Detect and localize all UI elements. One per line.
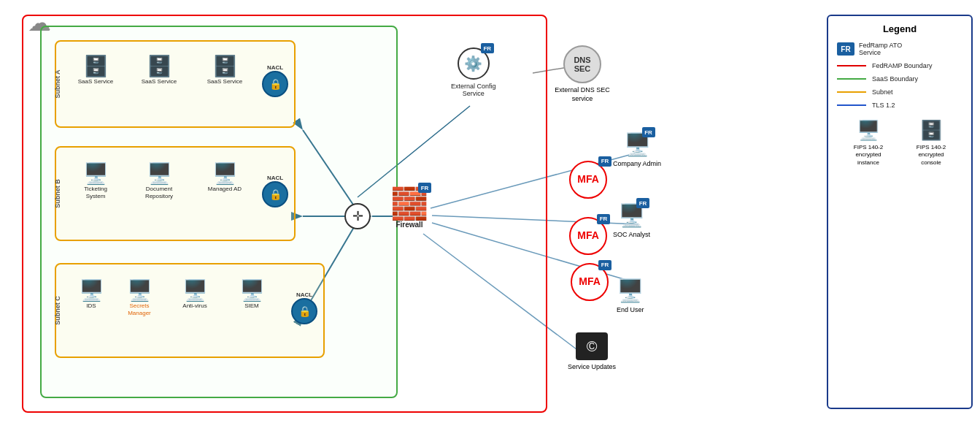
ticketing-system: 🖥️ TicketingSystem — [69, 164, 122, 199]
nacl-a: NACL 🔒 — [262, 64, 288, 97]
soc-fr-badge: FR — [636, 198, 649, 208]
legend-chip-icon: 🖥️ — [857, 119, 880, 142]
company-admin-wrapper: FR 🖥️ — [624, 132, 651, 157]
mfa-end-user-fr: FR — [598, 260, 611, 270]
legend-tls: TLS 1.2 — [837, 102, 962, 109]
legend-subnet-text: Subnet — [872, 88, 893, 96]
saas-service-3: 🗄️ SaaS Service — [198, 56, 251, 85]
dns-sec-node: DNSSEC External DNS SEC service — [553, 45, 611, 103]
legend-saas-line — [837, 78, 866, 80]
legend-fips-instance-label: FIPS 140-2encryptedinstance — [854, 144, 883, 167]
chip-icon-4: 🖥️ — [79, 281, 104, 301]
company-admin-node: FR 🖥️ Company Admin — [613, 132, 661, 167]
soc-wrapper: FR 🖥️ — [618, 202, 645, 228]
soc-analyst-label: SOC Analyst — [613, 231, 650, 238]
company-admin-fr-badge: FR — [642, 127, 655, 137]
legend-fedramp-line — [837, 65, 866, 67]
config-fr-badge: FR — [481, 43, 494, 53]
legend-fr-badge: FR — [837, 42, 854, 56]
config-icon-wrapper: FR ⚙️ — [458, 47, 490, 80]
chip-icon-2: 🖥️ — [147, 164, 172, 184]
managed-ad: 🖥️ Managed AD — [198, 164, 251, 193]
document-label: DocumentRepository — [145, 186, 173, 199]
saas-service-1-label: SaaS Service — [78, 78, 113, 85]
external-config-node: FR ⚙️ External ConfigService — [451, 47, 496, 97]
ticketing-label: TicketingSystem — [84, 186, 107, 199]
mfa-soc: FR MFA — [569, 217, 607, 255]
legend-icons-row: 🖥️ FIPS 140-2encryptedinstance 🗄️ FIPS 1… — [837, 119, 962, 167]
legend-saas: SaaS Boundary — [837, 75, 962, 83]
legend-tls-line — [837, 104, 866, 107]
mfa-soc-circle: FR MFA — [569, 217, 607, 255]
legend-saas-text: SaaS Boundary — [872, 75, 918, 83]
chip-icon-6: 🖥️ — [182, 281, 208, 301]
legend-subnet: Subnet — [837, 88, 962, 96]
nacl-b-icon: 🔒 — [262, 181, 288, 207]
legend-fips-instance: 🖥️ FIPS 140-2encryptedinstance — [843, 119, 894, 167]
legend-fips-console-label: FIPS 140-2encryptedconsole — [917, 144, 946, 167]
mfa-soc-fr: FR — [597, 214, 610, 224]
legend-fedramp: FedRAMP Boundary — [837, 62, 962, 69]
legend-fr-item: FR FedRamp ATOService — [837, 42, 962, 56]
subnet-c: Subnet C 🖥️ IDS 🖥️ SecretsManager 🖥️ Ant… — [55, 263, 325, 358]
end-user-node: 🖥️ End User — [617, 278, 644, 313]
legend-title: Legend — [837, 23, 962, 34]
ids-label: IDS — [86, 302, 96, 310]
subnet-b: Subnet B 🖥️ TicketingSystem 🖥️ DocumentR… — [55, 146, 296, 241]
legend-box: Legend FR FedRamp ATOService FedRAMP Bou… — [827, 15, 973, 409]
firewall-label: Firewall — [396, 221, 423, 229]
server-icon-3: 🗄️ — [212, 56, 238, 77]
subnet-a: Subnet A 🗄️ SaaS Service 🗄️ SaaS Service… — [55, 40, 296, 128]
antivirus-label: Anti-virus — [182, 302, 207, 310]
company-admin-label: Company Admin — [613, 160, 661, 167]
ids-service: 🖥️ IDS — [65, 281, 117, 310]
firewall-icon: 🧱 — [390, 188, 428, 219]
antivirus-service: 🖥️ Anti-virus — [169, 281, 221, 310]
chip-icon-1: 🖥️ — [83, 164, 109, 184]
diagram-container: ☁ Subnet A 🗄️ SaaS Service 🗄️ SaaS Servi… — [0, 0, 980, 423]
legend-subnet-line — [837, 91, 866, 94]
nacl-c: NACL 🔒 — [291, 291, 317, 324]
server-icon-1: 🗄️ — [83, 56, 109, 77]
legend-fips-console: 🗄️ FIPS 140-2encryptedconsole — [906, 119, 957, 167]
server-icon-2: 🗄️ — [147, 56, 172, 77]
nacl-c-icon: 🔒 — [291, 298, 317, 324]
document-repository: 🖥️ DocumentRepository — [133, 164, 185, 199]
mfa-company-circle: FR MFA — [569, 161, 607, 199]
subnet-b-label: Subnet B — [54, 179, 61, 208]
end-user-icon: 🖥️ — [617, 278, 644, 303]
nacl-a-icon: 🔒 — [262, 71, 288, 97]
nacl-c-label: NACL — [296, 291, 312, 298]
subnet-a-label: Subnet A — [54, 69, 61, 98]
legend-server-icon: 🗄️ — [919, 119, 943, 142]
chip-icon-7: 🖥️ — [239, 281, 265, 301]
service-updates-node: © Service Updates — [568, 332, 616, 370]
secrets-manager: 🖥️ SecretsManager — [113, 281, 166, 316]
router-node: ✛ — [344, 203, 371, 229]
end-user-label: End User — [617, 306, 644, 313]
subnet-c-label: Subnet C — [54, 296, 61, 325]
chip-icon-5: 🖥️ — [127, 281, 153, 301]
legend-fr-label: FedRamp ATOService — [859, 42, 902, 56]
service-updates-label: Service Updates — [568, 363, 616, 370]
saas-service-2: 🗄️ SaaS Service — [133, 56, 185, 85]
legend-tls-text: TLS 1.2 — [872, 102, 895, 109]
dns-sec-circle: DNSSEC — [563, 45, 601, 83]
siem-service: 🖥️ SIEM — [225, 281, 278, 310]
secrets-label: SecretsManager — [128, 302, 151, 316]
nacl-b: NACL 🔒 — [262, 174, 288, 207]
nacl-b-label: NACL — [267, 175, 283, 181]
mfa-company-admin: FR MFA — [569, 161, 607, 199]
dns-sec-label: External DNS SEC service — [553, 86, 611, 103]
config-label: External ConfigService — [451, 83, 496, 97]
saas-service-1: 🗄️ SaaS Service — [69, 56, 122, 85]
saas-service-3-label: SaaS Service — [207, 78, 242, 85]
firewall-node: FR 🧱 Firewall — [390, 188, 428, 229]
siem-label: SIEM — [244, 302, 259, 310]
managed-ad-label: Managed AD — [208, 186, 242, 193]
service-updates-icon: © — [576, 332, 608, 360]
mfa-end-user-circle: FR MFA — [571, 263, 609, 301]
soc-analyst-node: FR 🖥️ SOC Analyst — [613, 202, 650, 238]
firewall-fr-badge: FR — [418, 183, 431, 193]
mfa-company-fr: FR — [598, 156, 611, 167]
